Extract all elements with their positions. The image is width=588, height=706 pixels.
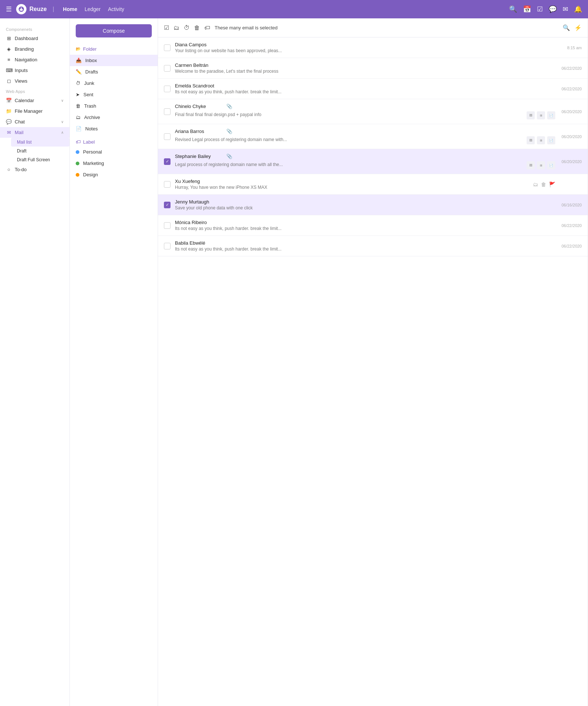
email-row-7[interactable]: ✓Jenny MurtaughSave your old phone data … (158, 195, 588, 215)
email-attachments-5: 🖼⊞📄 (527, 161, 555, 169)
sidebar-item-calendar[interactable]: 📅 Calendar ∨ (0, 95, 69, 106)
mail-subitems: Mail list Draft Draft Full Screen (0, 138, 69, 164)
email-sender-2: Emelda Scandroot (175, 83, 223, 89)
folder-archive[interactable]: 🗂 Archive (70, 112, 158, 123)
sidebar-item-branding[interactable]: ◈ Branding (0, 44, 69, 54)
sidebar-item-mail[interactable]: ✉ Mail ∧ (0, 127, 69, 138)
mail-sidebar-icon: ✉ (6, 130, 12, 135)
nav-divider: | (53, 6, 54, 12)
email-sender-6: Xu Xuefeng (175, 179, 223, 184)
search-icon[interactable]: 🔍 (509, 5, 517, 13)
nav-ledger[interactable]: Ledger (85, 6, 101, 12)
email-row-8[interactable]: Mónica RibeiroIts not easy as you think,… (158, 215, 588, 236)
sidebar-item-inputs[interactable]: ⌨ Inputs (0, 65, 69, 76)
top-navigation: ☰ Reuze | Home Ledger Activity 🔍 📅 ☑ 💬 ✉… (0, 0, 588, 18)
email-action-icons-6: 🗂🗑🚩 (533, 181, 555, 187)
compose-button[interactable]: Compose (76, 24, 152, 37)
archive-toolbar-icon[interactable]: 🗂 (173, 25, 179, 31)
mail-icon[interactable]: ✉ (563, 5, 568, 13)
clock-toolbar-icon[interactable]: ⏱ (184, 25, 190, 31)
todo-icon: ○ (6, 167, 12, 172)
email-sender-8: Mónica Ribeiro (175, 220, 223, 225)
label-personal[interactable]: Personal (70, 146, 158, 158)
tag-toolbar-icon[interactable]: 🏷 (204, 25, 210, 31)
folder-junk[interactable]: ⏱ Junk (70, 78, 158, 89)
sidebar-item-views[interactable]: ◻ Views (0, 76, 69, 86)
folder-inbox[interactable]: 📥 Inbox (70, 55, 158, 66)
action-icon-1-6[interactable]: 🗑 (541, 181, 546, 187)
marketing-dot (76, 162, 79, 165)
email-time-5: 06/20/2020 (560, 159, 582, 164)
email-content-3: Chinelo Chyke📎Final final final final de… (175, 104, 555, 119)
sidebar-item-draft[interactable]: Draft (11, 147, 69, 155)
email-checkbox-1[interactable] (164, 65, 171, 72)
sidebar-item-file-manager[interactable]: 📁 File Manager (0, 106, 69, 116)
email-row-9[interactable]: Babila EbwéléIts not easy as you think, … (158, 236, 588, 256)
label-section-header: 🏷 Label (70, 134, 158, 146)
email-checkbox-7[interactable]: ✓ (164, 202, 171, 208)
chat-expand-arrow: ∨ (61, 120, 64, 124)
sidebar-views-label: Views (15, 78, 27, 84)
nav-home[interactable]: Home (63, 6, 77, 12)
select-all-checkbox[interactable]: ☑ (164, 24, 169, 31)
bell-icon[interactable]: 🔔 (574, 5, 582, 13)
draft-fullscreen-label: Draft Full Screen (17, 157, 50, 162)
email-checkbox-2[interactable] (164, 86, 171, 92)
email-row-4[interactable]: Ariana Barros📎Revised Legal process of r… (158, 124, 588, 149)
personal-label: Personal (83, 149, 102, 155)
email-checkbox-6[interactable] (164, 181, 171, 188)
label-marketing[interactable]: Marketing (70, 158, 158, 169)
chat-icon[interactable]: 💬 (549, 5, 557, 13)
folder-label: Folder (83, 46, 97, 52)
email-checkbox-4[interactable] (164, 133, 171, 140)
email-checkbox-5[interactable]: ✓ (164, 158, 171, 165)
logo-icon (16, 4, 26, 14)
delete-toolbar-icon[interactable]: 🗑 (194, 25, 200, 31)
folder-icon: 📂 (76, 47, 81, 51)
email-row-0[interactable]: Diana CamposYour listing on our website … (158, 37, 588, 58)
email-row-3[interactable]: Chinelo Chyke📎Final final final final de… (158, 99, 588, 124)
sidebar-item-todo[interactable]: ○ To-do (0, 164, 69, 175)
folder-notes[interactable]: 📄 Notes (70, 123, 158, 134)
email-preview-0: Your listing on our website has been app… (175, 48, 555, 53)
sidebar-item-draft-fullscreen[interactable]: Draft Full Screen (11, 155, 69, 164)
email-checkbox-8[interactable] (164, 222, 171, 229)
search-toolbar-icon[interactable]: 🔍 (563, 24, 570, 31)
logo-area: Reuze (16, 4, 47, 14)
email-sender-1: Carmen Beltrán (175, 62, 223, 68)
folder-sent[interactable]: ➤ Sent (70, 89, 158, 100)
folder-drafts[interactable]: ✏️ Drafts (70, 66, 158, 78)
menu-icon[interactable]: ☰ (6, 5, 12, 13)
design-label: Design (83, 172, 98, 177)
sidebar-item-chat[interactable]: 💬 Chat ∨ (0, 116, 69, 127)
email-sender-5: Stephanie Bailey (175, 154, 223, 159)
branding-icon: ◈ (6, 46, 12, 52)
email-checkbox-3[interactable] (164, 108, 171, 115)
email-sender-0: Diana Campos (175, 42, 223, 47)
file-manager-icon: 📁 (6, 108, 12, 114)
email-row-1[interactable]: Carmen BeltránWelcome to the paradise, L… (158, 58, 588, 79)
checkbox-icon[interactable]: ☑ (537, 5, 543, 13)
email-checkbox-0[interactable] (164, 44, 171, 51)
sidebar-item-mail-list[interactable]: Mail list (11, 138, 69, 147)
folder-trash[interactable]: 🗑 Trash (70, 100, 158, 112)
sidebar-item-dashboard[interactable]: ⊞ Dashboard (0, 33, 69, 44)
sidebar-item-navigation[interactable]: ≡ Navigation (0, 54, 69, 65)
action-icon-0-6[interactable]: 🗂 (533, 181, 538, 187)
email-sender-7: Jenny Murtaugh (175, 199, 223, 205)
filter-toolbar-icon[interactable]: ⚡ (574, 24, 582, 31)
calendar-icon[interactable]: 📅 (523, 5, 531, 13)
email-checkbox-9[interactable] (164, 243, 171, 249)
email-row-6[interactable]: Xu XuefengHurray, You have won the new i… (158, 174, 588, 195)
email-row-5[interactable]: ✓Stephanie Bailey📎Legal process of regis… (158, 149, 588, 174)
action-icon-2-6[interactable]: 🚩 (549, 181, 555, 187)
email-row-2[interactable]: Emelda ScandrootIts not easy as you thin… (158, 79, 588, 99)
archive-icon: 🗂 (76, 115, 80, 120)
nav-activity[interactable]: Activity (108, 6, 124, 12)
label-design[interactable]: Design (70, 169, 158, 180)
attach-thumb-img-4: 🖼 (527, 136, 535, 144)
main-layout: Componenets ⊞ Dashboard ◈ Branding ≡ Nav… (0, 18, 588, 706)
attach-thumb-grid-4: ⊞ (537, 136, 545, 144)
archive-label: Archive (84, 115, 100, 120)
sidebar-todo-label: To-do (15, 167, 27, 172)
